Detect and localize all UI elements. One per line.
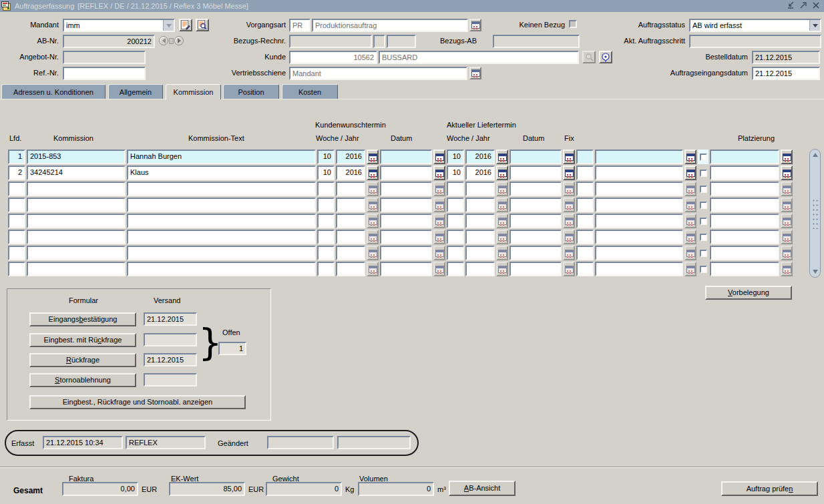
al-datum-calendar-button[interactable] bbox=[563, 198, 575, 212]
cell-fix[interactable] bbox=[576, 214, 594, 228]
tab-kommission[interactable]: Kommission bbox=[166, 84, 221, 99]
cell-platzierung[interactable] bbox=[710, 214, 779, 228]
cell-kw-woche[interactable] bbox=[317, 262, 335, 276]
rueckfrage-button[interactable]: Rückfrage bbox=[29, 353, 136, 367]
kw-datum-calendar-button[interactable] bbox=[433, 182, 445, 196]
angebot-nr-field[interactable] bbox=[63, 51, 146, 64]
cell-fix[interactable] bbox=[576, 182, 594, 196]
al-datum-calendar-button[interactable] bbox=[563, 150, 575, 164]
title-bar[interactable]: Auftragserfassung [REFLEX / DE / 21.12.2… bbox=[0, 0, 824, 12]
cell-kommission[interactable]: 34245214 bbox=[27, 166, 126, 180]
cell-al-woche[interactable] bbox=[447, 182, 464, 196]
cell-kw-woche[interactable] bbox=[317, 246, 335, 260]
kw-datum-calendar-button[interactable] bbox=[433, 150, 445, 164]
platzierung-lov-button[interactable] bbox=[781, 262, 793, 276]
bezugs-rechnr-small2-field[interactable] bbox=[387, 35, 416, 48]
fix-lov-button[interactable] bbox=[684, 262, 696, 276]
cell-fix[interactable] bbox=[576, 246, 594, 260]
cell-kommission-text[interactable] bbox=[127, 246, 316, 260]
vertriebsschiene-lov-button[interactable] bbox=[469, 67, 481, 79]
platzierung-lov-button[interactable] bbox=[781, 230, 793, 244]
cell-kommission-text[interactable]: Klaus bbox=[127, 166, 316, 180]
fix-lov-button[interactable] bbox=[684, 198, 696, 212]
fix-lov-button[interactable] bbox=[684, 230, 696, 244]
kw-datum-calendar-button[interactable] bbox=[433, 214, 445, 228]
row-checkbox[interactable] bbox=[700, 170, 707, 177]
kunde-number-field[interactable]: 10562 bbox=[289, 51, 377, 64]
cell-kw-jahr[interactable]: 2016 bbox=[336, 150, 365, 164]
bezugs-ab-field[interactable] bbox=[493, 35, 580, 48]
cell-al-datum[interactable] bbox=[509, 150, 562, 164]
stornoablehnung-button[interactable]: Stornoablehnung bbox=[29, 373, 136, 387]
cell-lfd[interactable] bbox=[8, 246, 25, 260]
al-woche-calendar-button[interactable] bbox=[496, 230, 508, 244]
cell-al-datum[interactable] bbox=[509, 214, 562, 228]
cell-kw-woche[interactable]: 10 bbox=[317, 166, 335, 180]
cell-kommission-text[interactable] bbox=[127, 214, 316, 228]
cell-al-jahr[interactable] bbox=[465, 198, 495, 212]
cell-al-jahr[interactable]: 2016 bbox=[465, 166, 495, 180]
cell-kw-woche[interactable]: 10 bbox=[317, 150, 335, 164]
platzierung-lov-button[interactable] bbox=[781, 150, 793, 164]
al-woche-calendar-button[interactable] bbox=[496, 246, 508, 260]
cell-fix[interactable] bbox=[576, 166, 594, 180]
cell-kw-jahr[interactable] bbox=[336, 182, 365, 196]
cell-kommission[interactable]: 2015-853 bbox=[27, 150, 126, 164]
cell-al-jahr[interactable] bbox=[465, 246, 495, 260]
row-checkbox[interactable] bbox=[700, 202, 707, 209]
next-record-button[interactable] bbox=[174, 36, 184, 45]
cell-fix[interactable] bbox=[576, 262, 594, 276]
cell-lfd[interactable]: 2 bbox=[8, 166, 25, 180]
kw-datum-calendar-button[interactable] bbox=[433, 198, 445, 212]
table-scrollbar[interactable] bbox=[809, 149, 821, 278]
cell-platzierung[interactable] bbox=[710, 182, 779, 196]
vorgangsart-text-field[interactable]: Produktionsauftrag bbox=[312, 19, 468, 32]
platzierung-lov-button[interactable] bbox=[781, 246, 793, 260]
cell-platzierung[interactable] bbox=[710, 230, 779, 244]
cell-kommission[interactable] bbox=[27, 198, 126, 212]
vorgangsart-code-field[interactable]: PR bbox=[289, 19, 311, 32]
tab-allgemein[interactable]: Allgemein bbox=[108, 84, 163, 99]
row-checkbox[interactable] bbox=[700, 154, 707, 161]
cell-al-datum[interactable] bbox=[509, 166, 562, 180]
cell-kommission-text[interactable] bbox=[127, 198, 316, 212]
cell-platzierung[interactable] bbox=[710, 150, 779, 164]
akt-auftragsschritt-field[interactable] bbox=[689, 35, 821, 48]
eingbest-rueckfrage-stornoabl-anzeigen-button[interactable]: Eingbest., Rückfrage und Stornoabl. anze… bbox=[29, 395, 246, 409]
cell-fix[interactable] bbox=[576, 198, 594, 212]
cell-platzierung[interactable] bbox=[710, 166, 779, 180]
offen-field[interactable]: 1 bbox=[218, 342, 246, 355]
maximize-icon[interactable] bbox=[799, 1, 807, 9]
cell-kw-datum[interactable] bbox=[380, 230, 432, 244]
al-woche-calendar-button[interactable] bbox=[496, 150, 508, 164]
cell-kw-woche[interactable] bbox=[317, 198, 335, 212]
cell-fix[interactable] bbox=[576, 150, 594, 164]
cell-lfd[interactable]: 1 bbox=[8, 150, 25, 164]
cell-fix-text[interactable] bbox=[595, 230, 683, 244]
kw-woche-calendar-button[interactable] bbox=[367, 166, 379, 180]
cell-kommission[interactable] bbox=[27, 214, 126, 228]
cell-fix[interactable] bbox=[576, 230, 594, 244]
kunde-info-button[interactable] bbox=[599, 51, 612, 63]
cell-lfd[interactable] bbox=[8, 214, 25, 228]
cell-fix-text[interactable] bbox=[595, 262, 683, 276]
row-checkbox[interactable] bbox=[700, 266, 707, 273]
al-datum-calendar-button[interactable] bbox=[563, 230, 575, 244]
row-checkbox[interactable] bbox=[700, 250, 707, 257]
eingangsbestaetigung-button[interactable]: Eingangsbestätigung bbox=[29, 312, 136, 326]
mandant-dropdown-arrow-icon[interactable] bbox=[163, 20, 174, 31]
cell-kw-woche[interactable] bbox=[317, 214, 335, 228]
al-woche-calendar-button[interactable] bbox=[496, 166, 508, 180]
close-icon[interactable] bbox=[812, 1, 820, 9]
kw-woche-calendar-button[interactable] bbox=[367, 198, 379, 212]
auftragsstatus-combobox[interactable]: AB wird erfasst bbox=[689, 19, 821, 32]
al-datum-calendar-button[interactable] bbox=[563, 262, 575, 276]
al-datum-calendar-button[interactable] bbox=[563, 246, 575, 260]
platzierung-lov-button[interactable] bbox=[781, 166, 793, 180]
cell-kw-woche[interactable] bbox=[317, 230, 335, 244]
kw-woche-calendar-button[interactable] bbox=[367, 182, 379, 196]
cell-al-woche[interactable] bbox=[447, 214, 464, 228]
cell-kw-datum[interactable] bbox=[380, 198, 432, 212]
restore-icon[interactable] bbox=[787, 1, 795, 9]
scroll-up-button[interactable] bbox=[813, 150, 818, 160]
